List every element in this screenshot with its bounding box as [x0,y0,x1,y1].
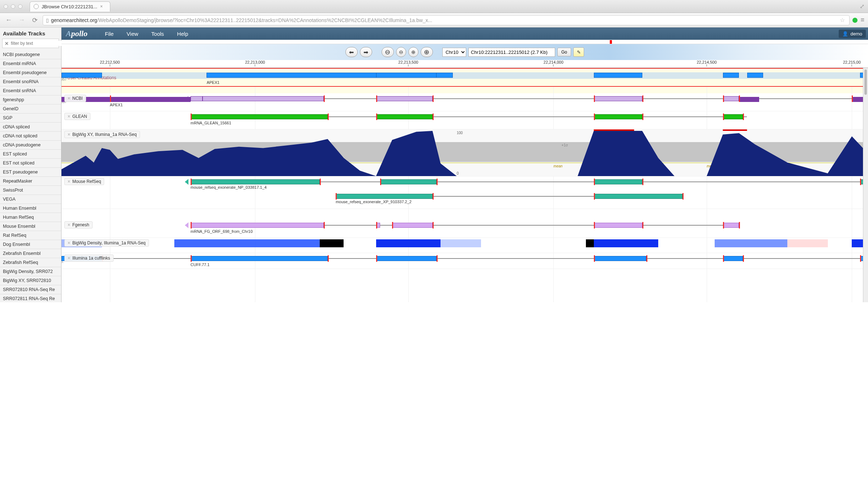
sidebar-track-item[interactable]: fgeneshpp [0,95,61,104]
clear-filter-icon[interactable]: ✕ [5,41,9,46]
sidebar-track-item[interactable]: BigWig Density, SRR072 [0,267,61,276]
exon[interactable] [336,194,433,199]
menu-view[interactable]: View [120,31,145,37]
sidebar-track-item[interactable]: EST pseudogene [0,168,61,177]
sidebar-track-item[interactable]: Human RefSeq [0,213,61,222]
track-label[interactable]: ×BigWig Density, Illumina_1a RNA-Seq [64,239,149,247]
zoom-in-full-button[interactable]: ⊕ [421,47,433,57]
overview-marker[interactable] [610,40,612,44]
close-track-icon[interactable]: × [68,132,70,137]
exon[interactable] [380,179,437,184]
sidebar-track-item[interactable]: Mouse Ensembl [0,222,61,231]
go-button[interactable]: Go [557,48,571,56]
track-list[interactable]: NCBI pseudogeneEnsembl miRNAEnsembl pseu… [0,50,61,302]
scrollbar[interactable] [863,68,868,302]
filter-input[interactable] [11,41,65,46]
sidebar-track-item[interactable]: RepeatMasker [0,177,61,186]
sidebar-track-item[interactable]: Ensembl snoRNA [0,77,61,86]
exon[interactable] [203,96,324,101]
fullscreen-icon[interactable]: ⤢ [860,3,864,10]
close-window-dot[interactable] [4,4,8,9]
track-mouse-refseq[interactable]: ×Mouse RefSeqmouse_refseq_exonerate_NP_0… [61,176,868,209]
sidebar-track-item[interactable]: Zebrafish RefSeq [0,258,61,267]
exon[interactable] [747,73,763,78]
ruler[interactable]: 22,212,50022,213,00022,213,50022,214,000… [61,60,868,68]
exon[interactable] [723,256,743,261]
sidebar-track-item[interactable]: EST not spliced [0,159,61,168]
zoom-in-button[interactable]: ⊕ [408,47,418,57]
exon[interactable] [594,223,642,228]
url-bar[interactable]: ▯ genomearchitect.org/WebApolloDemoStagi… [43,15,850,25]
exon[interactable] [376,96,433,101]
track-user-annotations[interactable]: 957User-created AnnotationsAPEX1 [61,68,868,87]
exon[interactable] [594,256,646,261]
exon[interactable] [191,179,320,184]
track-cufflinks[interactable]: ×Illumina 1a cufflinks6.CUFF.77.1 [61,253,868,269]
menu-tools[interactable]: Tools [145,31,170,37]
track-label[interactable]: ×NCBI [64,95,86,102]
close-track-icon[interactable]: × [68,179,70,184]
exon[interactable] [594,194,682,199]
exon[interactable] [376,114,433,119]
window-traffic-lights[interactable] [4,4,22,9]
track-label[interactable]: ×GLEAN [64,113,90,120]
sidebar-track-item[interactable]: SRR072811 RNA-Seq Re [0,294,61,302]
zoom-out-full-button[interactable]: ⊖ [382,47,394,57]
exon[interactable] [723,114,743,119]
sidebar-track-item[interactable]: SRR072810 RNA-Seq Re [0,285,61,294]
exon[interactable] [594,73,642,78]
exon[interactable] [110,97,191,102]
close-track-icon[interactable]: × [68,222,70,227]
sidebar-track-item[interactable]: Ensembl pseudogene [0,68,61,77]
zoom-out-button[interactable]: ⊖ [396,47,406,57]
track-area[interactable]: 957User-created AnnotationsAPEX1×NCBI957… [61,68,868,302]
location-input[interactable] [468,48,555,57]
pan-left-button[interactable]: ⬅ [345,47,358,57]
sidebar-track-item[interactable]: Rat RefSeq [0,231,61,240]
extension-icon[interactable] [852,18,858,23]
filter-box[interactable]: ✕ [2,39,59,48]
back-button[interactable]: ← [4,15,14,25]
exon[interactable] [191,114,328,119]
sidebar-track-item[interactable]: SGP [0,114,61,123]
sidebar-track-item[interactable]: Zebrafish Ensembl [0,249,61,258]
menu-help[interactable]: Help [170,31,195,37]
pan-right-button[interactable]: ➡ [360,47,372,57]
sidebar-track-item[interactable]: Ensembl snRNA [0,86,61,95]
close-track-icon[interactable]: × [68,96,70,101]
close-track-icon[interactable]: × [68,114,70,119]
sidebar-track-item[interactable]: Human Ensembl [0,204,61,213]
close-track-icon[interactable]: × [68,256,70,261]
track-label[interactable]: ×Illumina 1a cufflinks [64,255,114,262]
exon[interactable] [61,73,102,78]
exon[interactable] [191,96,203,101]
track-label[interactable]: ×Mouse RefSeq [64,178,104,185]
sidebar-track-item[interactable]: Dog Ensembl [0,240,61,249]
exon[interactable] [376,256,437,261]
sidebar-track-item[interactable]: Ensembl miRNA [0,59,61,68]
close-track-icon[interactable]: × [68,240,70,245]
menu-file[interactable]: File [98,31,120,37]
sidebar-track-item[interactable]: BigWig XY, SRR072810 [0,276,61,285]
max-window-dot[interactable] [18,4,22,9]
track-label[interactable]: ×Fgenesh [64,221,93,228]
chrom-select[interactable]: Chr10 [442,48,466,57]
sidebar-track-item[interactable]: cDNA pseudogene [0,141,61,150]
exon[interactable] [392,223,433,228]
sidebar-track-item[interactable]: NCBI pseudogene [0,50,61,59]
exon[interactable] [723,96,739,101]
sidebar-track-item[interactable]: cDNA not spliced [0,132,61,141]
sidebar-track-item[interactable]: EST spliced [0,150,61,159]
exon[interactable] [594,114,642,119]
sidebar-track-item[interactable]: cDNA spliced [0,123,61,132]
track-glean[interactable]: ×GLEANmRNA_GLEAN_15661 [61,111,868,129]
exon[interactable] [594,179,642,184]
browser-tab[interactable]: JBrowse Chr10:2221231... × [30,1,110,12]
tab-close-icon[interactable]: × [100,4,103,9]
exon[interactable] [723,73,739,78]
track-bigwig-xy[interactable]: ×BigWig XY, Illumina_1a RNA-Seqmeanmeanm… [61,129,868,176]
reload-button[interactable]: ⟳ [30,15,40,25]
sidebar-track-item[interactable]: GeneID [0,104,61,114]
exon[interactable] [191,256,328,261]
sidebar-track-item[interactable]: VEGA [0,195,61,204]
